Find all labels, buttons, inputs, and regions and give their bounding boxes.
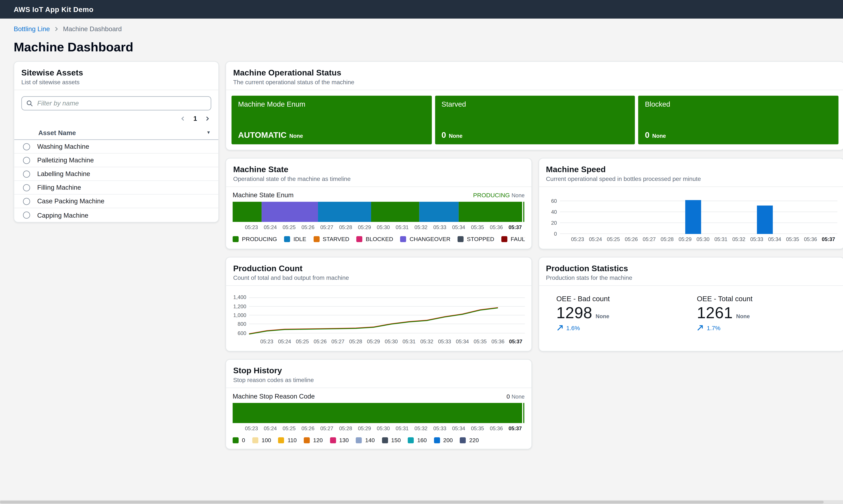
timeline-segment[interactable] (523, 403, 525, 423)
table-row[interactable]: Palletizing Machine (14, 154, 218, 167)
speed-bar[interactable] (685, 200, 701, 234)
legend-swatch-icon (233, 236, 239, 242)
legend-item[interactable]: 120 (304, 437, 323, 443)
timeline-gap[interactable] (522, 202, 523, 222)
production-count-lines[interactable] (249, 294, 524, 336)
asset-name-label: Filling Machine (37, 184, 81, 191)
timeline-segment[interactable] (318, 202, 371, 222)
page-number-1[interactable]: 1 (190, 114, 201, 124)
timeline-segment[interactable] (371, 202, 419, 222)
machine-speed-panel: Machine Speed Current operational speed … (538, 158, 843, 249)
kpi-label: OEE - Total count (697, 294, 826, 303)
radio-button[interactable] (23, 212, 30, 219)
x-axis-tick: 05:25 (282, 224, 295, 230)
table-row[interactable]: Washing Machine (14, 140, 218, 154)
legend-item[interactable]: FAULTED (501, 236, 525, 242)
y-axis-label: 40 (551, 209, 557, 215)
legend-item[interactable]: 220 (460, 437, 479, 443)
timeline-segment[interactable] (419, 202, 459, 222)
kpi-row: OEE - Bad count 1298 None 1.6% OEE (539, 286, 843, 340)
assets-panel-body: 1 Asset Name ▼ Washing MachinePalletizin… (14, 90, 218, 222)
machine-state-panel: Machine State Operational state of the m… (225, 158, 532, 249)
radio-button[interactable] (23, 198, 30, 205)
legend-item[interactable]: CHANGEOVER (400, 236, 450, 242)
breadcrumb-link-bottling-line[interactable]: Bottling Line (14, 25, 50, 33)
x-axis-tick: 05:33 (433, 224, 446, 230)
legend-item[interactable]: 200 (434, 437, 453, 443)
production-statistics-description: Production stats for the machine (546, 274, 837, 281)
timeline-segment[interactable] (459, 202, 522, 222)
speed-plot[interactable] (560, 198, 837, 234)
stop-history-title: Stop History (233, 365, 524, 376)
timeline-segment[interactable] (233, 202, 261, 222)
horizontal-scrollbar[interactable] (0, 500, 843, 504)
radio-button[interactable] (23, 143, 30, 150)
count-plot[interactable] (249, 294, 524, 336)
x-axis-tick: 05:28 (339, 224, 352, 230)
x-axis-tick: 05:29 (367, 338, 380, 344)
x-axis-tick: 05:26 (302, 224, 314, 230)
status-card-unit: None (449, 133, 463, 139)
machine-state-legend: PRODUCINGIDLESTARVEDBLOCKEDCHANGEOVERSTO… (233, 236, 525, 242)
machine-state-timeline[interactable] (233, 202, 525, 222)
x-axis-tick: 05:34 (768, 236, 781, 242)
assets-panel-description: List of sitewise assets (21, 79, 211, 85)
machine-speed-title: Machine Speed (546, 164, 837, 175)
count-y-axis: 6008001,0001,2001,400 (233, 294, 249, 336)
status-card-label: Starved (442, 100, 629, 108)
timeline-segment[interactable] (261, 202, 318, 222)
status-card-value: 0 (645, 130, 650, 139)
x-axis-tick: 05:23 (260, 338, 273, 344)
scrollbar-thumb[interactable] (0, 501, 824, 504)
radio-button[interactable] (23, 184, 30, 191)
production-statistics-title: Production Statistics (546, 263, 837, 273)
machine-state-property-label: Machine State Enum (233, 191, 294, 199)
machine-state-latest-unit: None (512, 192, 525, 198)
timeline-segment[interactable] (233, 403, 522, 423)
sitewise-assets-panel: Sitewise Assets List of sitewise assets … (14, 61, 219, 222)
table-row[interactable]: Filling Machine (14, 181, 218, 195)
legend-item[interactable]: 130 (330, 437, 349, 443)
timeline-segment[interactable] (523, 202, 525, 222)
legend-item[interactable]: 0 (233, 437, 245, 443)
column-filter-icon[interactable]: ▼ (206, 130, 211, 135)
stop-history-ticks: 05:2305:2405:2505:2605:2705:2805:2905:30… (233, 425, 525, 432)
timeline-gap[interactable] (522, 403, 523, 423)
x-axis-tick: 05:23 (571, 236, 584, 242)
radio-button[interactable] (23, 170, 30, 177)
x-axis-tick: 05:37 (509, 224, 522, 230)
x-axis-tick: 05:23 (245, 224, 258, 230)
speed-bar[interactable] (757, 205, 773, 234)
x-axis-tick: 05:36 (490, 425, 503, 431)
asset-filter-input[interactable] (36, 99, 206, 108)
legend-item[interactable]: 150 (382, 437, 401, 443)
kpi-value: 1298 (556, 304, 592, 322)
legend-item[interactable]: STOPPED (458, 236, 494, 242)
next-page-button[interactable] (202, 115, 213, 122)
table-row[interactable]: Case Packing Machine (14, 195, 218, 208)
legend-item[interactable]: PRODUCING (233, 236, 277, 242)
stop-history-timeline[interactable] (233, 403, 525, 423)
legend-item[interactable]: STARVED (313, 236, 349, 242)
x-axis-tick: 05:25 (607, 236, 620, 242)
speed-ticks: 05:2305:2405:2505:2605:2705:2805:2905:30… (560, 236, 837, 243)
asset-name-column-header[interactable]: Asset Name (38, 129, 76, 136)
table-row[interactable]: Capping Machine (14, 208, 218, 222)
legend-label: 120 (313, 437, 323, 443)
table-row[interactable]: Labelling Machine (14, 167, 218, 181)
x-axis-tick: 05:32 (732, 236, 745, 242)
production-statistics-panel: Production Statistics Production stats f… (538, 257, 843, 352)
legend-item[interactable]: 160 (408, 437, 427, 443)
operational-status-title: Machine Operational Status (233, 67, 837, 78)
legend-item[interactable]: BLOCKED (357, 236, 393, 242)
legend-item[interactable]: IDLE (284, 236, 306, 242)
legend-item[interactable]: 100 (252, 437, 271, 443)
previous-page-button[interactable] (177, 115, 189, 122)
legend-item[interactable]: 140 (356, 437, 375, 443)
legend-item[interactable]: 110 (278, 437, 297, 443)
x-axis-tick: 05:29 (358, 425, 371, 431)
machine-state-header: Machine State Operational state of the m… (226, 159, 531, 187)
machine-state-latest-value: PRODUCING (473, 192, 510, 198)
chevron-right-icon (205, 116, 210, 121)
radio-button[interactable] (23, 157, 30, 164)
